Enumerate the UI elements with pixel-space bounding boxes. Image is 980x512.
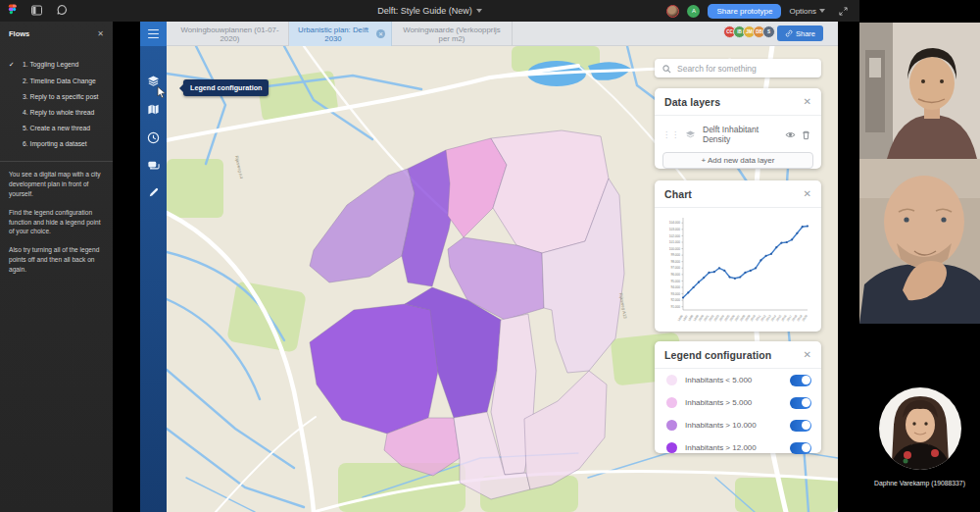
screen: Delft: Style Guide (New) A Share prototy…	[0, 0, 980, 512]
toggle-inhabitants-gt-10000[interactable]	[790, 420, 811, 432]
legend-label: Inhabitants > 5.000	[685, 398, 782, 407]
tab-label: Woningwaarde (Verkoopprijs per m2)	[398, 26, 506, 43]
svg-text:95.000: 95.000	[671, 280, 681, 283]
observer-avatar	[879, 387, 961, 470]
timeline-clock-icon[interactable]	[147, 131, 160, 144]
legend-configuration-title: Legend configuration	[664, 349, 771, 361]
svg-text:91.000: 91.000	[671, 305, 681, 309]
svg-text:102.000: 102.000	[669, 234, 680, 238]
color-swatch	[666, 442, 677, 453]
observer-name: Daphne Varekamp (19088337)	[859, 480, 980, 486]
flows-panel-title: Flows	[9, 29, 29, 38]
toggle-inhabitants-lt-5000[interactable]	[790, 375, 811, 386]
data-layers-panel: Data layers ✕ ⋮⋮ Delft Inhabitant Densit…	[655, 88, 821, 169]
data-layer-name: Delft Inhabitant Density	[701, 125, 780, 144]
trash-icon[interactable]	[801, 129, 811, 140]
flow-step-importing-dataset[interactable]: 6. Importing a dataset	[0, 135, 113, 151]
eye-visibility-icon[interactable]	[785, 129, 796, 140]
flows-panel: Flows ✕ ✓ 1. Toggling Legend 2. Timeline…	[0, 22, 113, 512]
svg-text:104.000: 104.000	[669, 221, 680, 225]
toggle-inhabitants-gt-12000[interactable]	[790, 442, 811, 454]
video-call-column: Daphne Varekamp (19088337)	[859, 0, 980, 512]
collaborator-avatar[interactable]: S	[762, 26, 775, 38]
legend-label: Inhabitants > 12.000	[685, 443, 782, 452]
tab-label: Woningbouwplannen (01-07-2020)	[177, 26, 282, 43]
share-prototype-button[interactable]: Share prototype	[708, 4, 781, 19]
layer-type-icon	[685, 129, 696, 140]
tab-woningbouwplannen[interactable]: Woningbouwplannen (01-07-2020)	[172, 22, 289, 46]
svg-text:94.000: 94.000	[671, 285, 681, 289]
close-icon[interactable]: ✕	[97, 30, 104, 38]
user-avatar-a[interactable]: A	[687, 5, 700, 18]
svg-text:99.000: 99.000	[671, 253, 681, 257]
legend-row-gt-5000: Inhabitants > 5.000	[655, 391, 821, 414]
instruction-paragraph: Also try turning all of the legend point…	[9, 245, 104, 275]
tab-close-icon[interactable]: ✕	[376, 29, 385, 38]
svg-text:2020: 2020	[802, 314, 808, 322]
data-layers-title: Data layers	[664, 96, 720, 108]
divider	[0, 161, 113, 162]
population-chart: 91.00092.00093.00094.00095.00096.00097.0…	[662, 212, 813, 332]
user-avatar[interactable]	[666, 5, 679, 18]
check-icon: ✓	[9, 61, 17, 69]
svg-text:93.000: 93.000	[671, 292, 681, 296]
search-input[interactable]	[677, 64, 813, 74]
tab-woningwaarde[interactable]: Woningwaarde (Verkoopprijs per m2)	[392, 22, 513, 46]
instruction-paragraph: Find the legend configuration function a…	[9, 208, 104, 237]
svg-text:96.000: 96.000	[671, 273, 681, 277]
svg-text:103.000: 103.000	[669, 228, 680, 231]
flow-step-label: 5. Create a new thread	[21, 125, 90, 131]
task-instructions: You see a digital map with a city develo…	[0, 170, 113, 275]
svg-text:97.000: 97.000	[671, 266, 681, 270]
observer-tile: Daphne Varekamp (19088337)	[859, 387, 980, 486]
comments-icon[interactable]	[147, 160, 160, 173]
legend-configuration-panel: Legend configuration ✕ Inhabitants < 5.0…	[655, 341, 821, 453]
close-icon[interactable]: ✕	[804, 97, 811, 107]
chevron-down-icon	[819, 9, 825, 13]
flow-step-reply-specific-post[interactable]: 3. Reply to a specific post	[0, 88, 113, 104]
tab-urbanistic-plan[interactable]: Urbanistic plan: Delft 2030 ✕	[289, 22, 392, 46]
chart-title: Chart	[664, 188, 692, 200]
flow-step-label: 3. Reply to a specific post	[21, 93, 98, 100]
map-tab-bar: Woningbouwplannen (01-07-2020) Urbanisti…	[167, 22, 838, 46]
expand-icon[interactable]	[839, 2, 848, 20]
draw-pencil-icon[interactable]	[147, 186, 160, 199]
tab-label: Urbanistic plan: Delft 2030	[295, 26, 371, 43]
color-swatch	[666, 397, 677, 408]
participant-video-2	[859, 159, 980, 324]
legend-row-lt-5000: Inhabitants < 5.000	[655, 369, 821, 391]
flow-step-label: 2. Timeline Data Change	[21, 77, 96, 84]
legend-configuration-tooltip: Legend configuration	[183, 79, 269, 96]
search-bar	[655, 59, 821, 77]
mouse-cursor-icon	[157, 84, 167, 102]
chevron-down-icon	[476, 9, 482, 13]
svg-text:101.000: 101.000	[669, 240, 680, 244]
legend-label: Inhabitants < 5.000	[685, 376, 782, 384]
flow-step-label: 6. Importing a dataset	[21, 140, 87, 147]
flow-step-label: 4. Reply to whole thread	[21, 109, 94, 116]
data-layer-row: ⋮⋮ Delft Inhabitant Density	[655, 116, 821, 150]
map-share-button[interactable]: Share	[777, 26, 823, 41]
color-swatch	[666, 420, 677, 431]
add-data-layer-button[interactable]: + Add new data layer	[662, 152, 813, 169]
close-icon[interactable]: ✕	[804, 350, 811, 360]
close-icon[interactable]: ✕	[804, 189, 811, 199]
color-swatch	[666, 375, 677, 385]
svg-text:98.000: 98.000	[671, 260, 681, 264]
svg-text:100.000: 100.000	[669, 247, 680, 251]
menu-hamburger-button[interactable]	[140, 22, 167, 46]
svg-text:92.000: 92.000	[671, 298, 681, 302]
instruction-paragraph: You see a digital map with a city develo…	[9, 170, 104, 199]
toggle-inhabitants-gt-5000[interactable]	[790, 397, 811, 409]
flow-step-toggling-legend[interactable]: ✓ 1. Toggling Legend	[0, 56, 113, 73]
flow-step-reply-whole-thread[interactable]: 4. Reply to whole thread	[0, 104, 113, 120]
chart-panel: Chart ✕ 91.00092.00093.00094.00095.00096…	[655, 180, 821, 332]
figma-top-bar: Delft: Style Guide (New) A Share prototy…	[0, 0, 859, 22]
flow-step-create-new-thread[interactable]: 5. Create a new thread	[0, 120, 113, 135]
options-menu[interactable]: Options	[789, 7, 825, 16]
drag-handle-icon[interactable]: ⋮⋮	[662, 130, 680, 139]
legend-configuration-icon[interactable]	[147, 103, 160, 116]
legend-row-gt-12000: Inhabitants > 12.000	[655, 436, 821, 459]
link-icon	[785, 29, 793, 37]
flow-step-timeline-data-change[interactable]: 2. Timeline Data Change	[0, 73, 113, 88]
